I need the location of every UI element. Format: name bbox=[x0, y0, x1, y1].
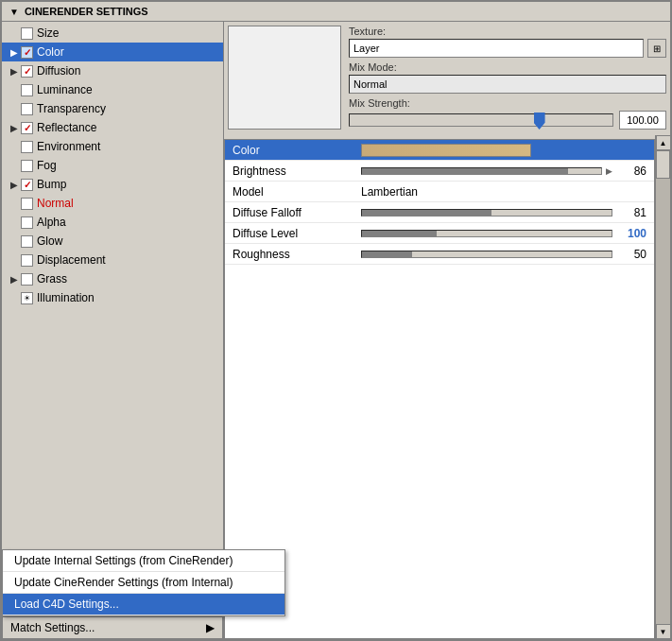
mix-mode-control-row: Mix Mode: Normal bbox=[349, 61, 666, 94]
expand-diffusion[interactable]: ▶ bbox=[8, 66, 21, 77]
table-row[interactable]: Roughness 50 bbox=[225, 244, 654, 265]
label-diffusion: Diffusion bbox=[37, 64, 80, 78]
label-grass: Grass bbox=[37, 272, 67, 286]
model-value-text: Lambertian bbox=[361, 185, 418, 199]
table-row[interactable]: Color bbox=[225, 140, 654, 161]
vertical-scroll-thumb[interactable] bbox=[656, 150, 670, 179]
controls-panel: Texture: Layer ⊞ bbox=[349, 26, 666, 130]
label-fog: Fog bbox=[37, 159, 57, 172]
sidebar-item-diffusion[interactable]: ▶ Diffusion bbox=[2, 61, 223, 80]
sidebar-item-alpha[interactable]: Alpha bbox=[2, 213, 223, 232]
sidebar-item-luminance[interactable]: Luminance bbox=[2, 80, 223, 99]
checkbox-size[interactable] bbox=[21, 27, 33, 40]
match-settings-button[interactable]: Match Settings... ▶ bbox=[2, 616, 223, 639]
expand-reflectance[interactable]: ▶ bbox=[8, 123, 21, 133]
texture-section: Texture: Layer ⊞ bbox=[224, 22, 670, 133]
mix-strength-control-row: Mix Strength: 100.00 bbox=[349, 97, 666, 130]
diffuse-falloff-slider[interactable] bbox=[361, 209, 612, 217]
label-displacement: Displacement bbox=[37, 253, 106, 267]
checkbox-grass[interactable] bbox=[21, 273, 33, 286]
dropdown-item-load-c4d[interactable]: Load C4D Settings... bbox=[3, 594, 284, 615]
brightness-arrow[interactable]: ▶ bbox=[606, 166, 612, 176]
checkbox-luminance[interactable] bbox=[21, 84, 33, 96]
mix-mode-value: Normal bbox=[353, 78, 387, 90]
mix-strength-value-field[interactable]: 100.00 bbox=[619, 111, 666, 130]
color-swatch[interactable] bbox=[361, 144, 531, 157]
checkbox-alpha[interactable] bbox=[21, 217, 33, 229]
right-panel: Texture: Layer ⊞ bbox=[224, 22, 670, 639]
title-bar: ▼ CINERENDER SETTINGS bbox=[2, 2, 670, 22]
collapse-icon[interactable]: ▼ bbox=[9, 7, 19, 17]
expand-bump[interactable]: ▶ bbox=[8, 180, 21, 190]
brightness-slider[interactable] bbox=[361, 167, 602, 175]
vertical-scroll-track[interactable] bbox=[656, 150, 670, 624]
match-settings-label: Match Settings... bbox=[10, 621, 95, 634]
sidebar-item-transparency[interactable]: Transparency bbox=[2, 99, 223, 118]
prop-value-brightness: 86 bbox=[616, 165, 654, 178]
texture-input[interactable]: Layer bbox=[349, 39, 644, 58]
label-environment: Environment bbox=[37, 140, 100, 153]
scroll-up-button[interactable]: ▲ bbox=[656, 135, 671, 150]
expand-grass[interactable]: ▶ bbox=[8, 274, 21, 285]
checkbox-glow[interactable] bbox=[21, 235, 33, 248]
special-icon-illumination: ☀ bbox=[21, 292, 33, 304]
prop-value-diffuse-level: 100 bbox=[616, 227, 654, 240]
dropdown-menu: Update Internal Settings (from CineRende… bbox=[2, 549, 285, 616]
right-scrollbar: ▲ ▼ bbox=[655, 135, 670, 639]
label-transparency: Transparency bbox=[37, 102, 106, 115]
sidebar-item-fog[interactable]: Fog bbox=[2, 156, 223, 175]
sidebar-item-color[interactable]: ▶ Color bbox=[2, 43, 223, 61]
expand-color[interactable]: ▶ bbox=[8, 47, 21, 58]
match-settings-arrow: ▶ bbox=[206, 621, 215, 634]
sidebar-bottom: Update Internal Settings (from CineRende… bbox=[2, 615, 223, 639]
prop-name-model: Model bbox=[225, 185, 357, 199]
properties-table: Color Brightness ▶ bbox=[224, 139, 655, 639]
checkbox-bump[interactable] bbox=[21, 179, 33, 191]
prop-control-roughness bbox=[357, 251, 616, 258]
table-row[interactable]: Model Lambertian bbox=[225, 182, 654, 202]
sidebar-item-glow[interactable]: Glow bbox=[2, 232, 223, 251]
label-size: Size bbox=[37, 26, 59, 40]
label-glow: Glow bbox=[37, 234, 62, 248]
prop-control-brightness: ▶ bbox=[357, 166, 616, 176]
checkbox-environment[interactable] bbox=[21, 141, 33, 153]
table-row[interactable]: Diffuse Falloff 81 bbox=[225, 202, 654, 223]
sidebar-item-illumination[interactable]: ☀ Illumination bbox=[2, 288, 223, 307]
sidebar-item-displacement[interactable]: Displacement bbox=[2, 251, 223, 269]
sidebar-item-reflectance[interactable]: ▶ Reflectance bbox=[2, 118, 223, 137]
checkbox-diffusion[interactable] bbox=[21, 65, 33, 78]
checkbox-displacement[interactable] bbox=[21, 254, 33, 267]
browse-icon: ⊞ bbox=[653, 43, 661, 54]
dropdown-item-update-internal[interactable]: Update Internal Settings (from CineRende… bbox=[3, 550, 284, 572]
prop-control-diffuse-level bbox=[357, 230, 616, 237]
texture-value: Layer bbox=[353, 43, 380, 54]
label-illumination: Illumination bbox=[37, 291, 95, 304]
table-row[interactable]: Brightness ▶ 86 bbox=[225, 161, 654, 182]
scroll-down-button[interactable]: ▼ bbox=[656, 624, 671, 639]
checkbox-reflectance[interactable] bbox=[21, 122, 33, 134]
roughness-slider[interactable] bbox=[361, 251, 612, 258]
sidebar: Size ▶ Color ▶ Diffusion bbox=[2, 22, 224, 639]
checkbox-transparency[interactable] bbox=[21, 103, 33, 115]
checkbox-normal[interactable] bbox=[21, 198, 33, 210]
sidebar-item-bump[interactable]: ▶ Bump bbox=[2, 175, 223, 194]
mix-mode-input[interactable]: Normal bbox=[349, 75, 666, 94]
sidebar-item-normal[interactable]: Normal bbox=[2, 194, 223, 213]
prop-control-color bbox=[357, 144, 616, 157]
mix-strength-thumb bbox=[534, 113, 545, 130]
mix-strength-input-row: 100.00 bbox=[349, 111, 666, 130]
checkbox-fog[interactable] bbox=[21, 160, 33, 172]
dropdown-item-update-cinerender[interactable]: Update CineRender Settings (from Interna… bbox=[3, 572, 284, 594]
sidebar-item-grass[interactable]: ▶ Grass bbox=[2, 269, 223, 288]
roughness-fill bbox=[362, 251, 412, 257]
label-bump: Bump bbox=[37, 178, 66, 191]
mix-mode-input-row: Normal bbox=[349, 75, 666, 94]
sidebar-item-size[interactable]: Size bbox=[2, 24, 223, 43]
sidebar-item-environment[interactable]: Environment bbox=[2, 137, 223, 156]
table-row[interactable]: Diffuse Level 100 bbox=[225, 223, 654, 244]
checkbox-color[interactable] bbox=[21, 46, 33, 59]
prop-control-model: Lambertian bbox=[357, 185, 616, 199]
diffuse-level-slider[interactable] bbox=[361, 230, 612, 237]
mix-strength-slider[interactable] bbox=[349, 113, 613, 127]
texture-browse-button[interactable]: ⊞ bbox=[647, 39, 666, 58]
